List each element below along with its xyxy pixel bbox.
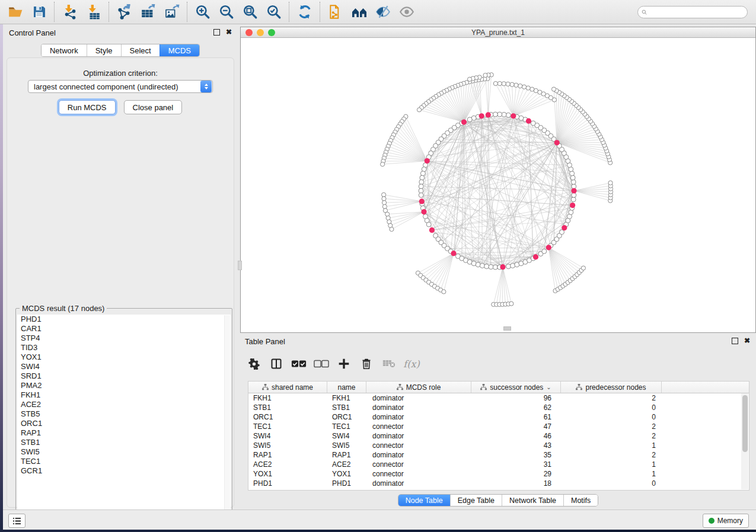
search-box[interactable] bbox=[637, 6, 748, 18]
table-row[interactable]: SWI4SWI4dominator462 bbox=[248, 431, 749, 441]
eye-icon[interactable] bbox=[395, 1, 419, 23]
network-node[interactable] bbox=[506, 113, 511, 117]
mcds-hub-node[interactable] bbox=[570, 203, 575, 208]
table-row[interactable]: FKH1FKH1dominator962 bbox=[248, 393, 749, 403]
export-network-icon[interactable] bbox=[113, 1, 136, 23]
mcds-hub-node[interactable] bbox=[421, 209, 426, 214]
network-node[interactable] bbox=[420, 171, 425, 176]
network-leaf-node[interactable] bbox=[390, 227, 394, 231]
float-panel-icon[interactable] bbox=[213, 29, 220, 36]
mcds-hub-node[interactable] bbox=[419, 198, 425, 204]
mcds-result-list[interactable]: PHD1CAR1STP4TID3YOX1SWI4SRD1PMA2FKH1ACE2… bbox=[17, 315, 231, 527]
network-leaf-node[interactable] bbox=[522, 85, 526, 89]
refresh-icon[interactable] bbox=[293, 1, 317, 23]
mcds-hub-node[interactable] bbox=[425, 158, 430, 164]
network-node[interactable] bbox=[419, 184, 423, 189]
open-file-icon[interactable] bbox=[4, 1, 27, 23]
search-input[interactable] bbox=[649, 7, 744, 17]
mcds-hub-node[interactable] bbox=[500, 264, 505, 270]
column-header-shared-name[interactable]: shared name bbox=[248, 382, 327, 393]
network-node[interactable] bbox=[493, 112, 497, 117]
network-window-titlebar[interactable]: YPA_prune.txt_1 bbox=[241, 27, 755, 38]
network-node[interactable] bbox=[511, 263, 515, 268]
export-document-icon[interactable] bbox=[324, 1, 347, 23]
network-node[interactable] bbox=[571, 180, 576, 184]
network-leaf-node[interactable] bbox=[417, 108, 421, 112]
table-row[interactable]: STB1STB1dominator620 bbox=[248, 403, 749, 412]
network-leaf-node[interactable] bbox=[514, 83, 518, 87]
float-panel-icon[interactable] bbox=[732, 338, 738, 344]
mcds-result-item[interactable]: GCR1 bbox=[17, 466, 231, 476]
mcds-result-item[interactable]: SRD1 bbox=[17, 371, 231, 381]
mcds-hub-node[interactable] bbox=[429, 227, 435, 233]
mcds-result-item[interactable]: STB5 bbox=[17, 409, 231, 419]
close-window-icon[interactable] bbox=[245, 29, 253, 36]
close-panel-icon[interactable]: ✖ bbox=[226, 30, 232, 35]
memory-button[interactable]: Memory bbox=[703, 514, 749, 528]
delete-column-trash-icon[interactable] bbox=[358, 355, 375, 373]
column-header-MCDS-role[interactable]: MCDS role bbox=[366, 382, 471, 393]
table-row[interactable]: ORC1ORC1dominator610 bbox=[248, 412, 749, 422]
deselect-all-rows-icon[interactable] bbox=[312, 355, 330, 373]
export-image-icon[interactable] bbox=[160, 1, 184, 23]
column-header-name[interactable]: name bbox=[327, 382, 366, 393]
mcds-hub-node[interactable] bbox=[571, 188, 576, 193]
network-canvas[interactable] bbox=[241, 38, 754, 332]
import-network-icon[interactable] bbox=[58, 1, 82, 23]
table-row[interactable]: PHD1PHD1dominator180 bbox=[248, 479, 749, 488]
network-node[interactable] bbox=[506, 264, 511, 269]
network-leaf-node[interactable] bbox=[502, 82, 506, 86]
column-header-predecessor-nodes[interactable]: predecessor nodes bbox=[561, 382, 662, 393]
mcds-result-item[interactable]: TID3 bbox=[17, 343, 231, 352]
mcds-result-item[interactable]: SWI4 bbox=[17, 362, 231, 371]
network-node[interactable] bbox=[531, 121, 535, 126]
mcds-result-item[interactable]: SWI5 bbox=[17, 447, 231, 457]
mcds-hub-node[interactable] bbox=[562, 225, 567, 230]
network-leaf-node[interactable] bbox=[497, 81, 502, 85]
save-icon[interactable] bbox=[27, 1, 51, 23]
network-node[interactable] bbox=[480, 263, 484, 268]
network-node[interactable] bbox=[570, 175, 575, 180]
network-leaf-node[interactable] bbox=[526, 86, 530, 90]
minimize-window-icon[interactable] bbox=[257, 29, 264, 36]
show-column-icon[interactable] bbox=[267, 355, 285, 373]
network-node[interactable] bbox=[542, 249, 547, 254]
network-node[interactable] bbox=[560, 230, 564, 235]
task-history-button[interactable] bbox=[8, 514, 25, 528]
zoom-fit-icon[interactable] bbox=[238, 1, 262, 23]
mcds-result-item[interactable]: PHD1 bbox=[17, 315, 231, 324]
network-node[interactable] bbox=[419, 180, 424, 184]
mcds-hub-node[interactable] bbox=[461, 119, 467, 124]
mcds-result-item[interactable]: ACE2 bbox=[17, 400, 231, 409]
network-node[interactable] bbox=[419, 188, 423, 193]
tab-mcds[interactable]: MCDS bbox=[160, 44, 199, 56]
network-leaf-node[interactable] bbox=[506, 82, 510, 86]
maximize-window-icon[interactable] bbox=[268, 29, 275, 36]
network-node[interactable] bbox=[484, 264, 489, 269]
network-node[interactable] bbox=[420, 175, 425, 180]
mcds-result-item[interactable]: PMA2 bbox=[17, 381, 231, 390]
network-leaf-node[interactable] bbox=[382, 200, 386, 204]
optimization-criterion-select[interactable]: largest connected component (undirected) bbox=[28, 80, 213, 93]
zoom-in-icon[interactable] bbox=[191, 1, 215, 23]
mcds-result-item[interactable]: STB1 bbox=[17, 438, 231, 447]
tab-select[interactable]: Select bbox=[121, 44, 160, 56]
table-scrollbar[interactable] bbox=[741, 393, 748, 489]
horizontal-splitter-handle[interactable] bbox=[503, 326, 511, 331]
mcds-result-item[interactable]: FKH1 bbox=[17, 390, 231, 400]
export-table-icon[interactable] bbox=[136, 1, 160, 23]
network-node[interactable] bbox=[489, 265, 493, 270]
mcds-hub-node[interactable] bbox=[533, 254, 538, 259]
network-node[interactable] bbox=[419, 193, 423, 197]
tab-edge-table[interactable]: Edge Table bbox=[450, 495, 502, 506]
network-leaf-node[interactable] bbox=[510, 82, 514, 86]
mcds-result-item[interactable]: STP4 bbox=[17, 334, 231, 343]
mcds-result-item[interactable]: CAR1 bbox=[17, 324, 231, 334]
tab-node-table[interactable]: Node Table bbox=[398, 495, 450, 506]
select-all-rows-icon[interactable] bbox=[290, 355, 308, 373]
column-header-successor-nodes[interactable]: successor nodes⌄ bbox=[471, 382, 561, 393]
table-row[interactable]: YOX1YOX1connector291 bbox=[248, 469, 749, 479]
table-row[interactable]: TEC1TEC1connector472 bbox=[248, 422, 749, 431]
import-table-icon[interactable] bbox=[82, 1, 106, 23]
network-leaf-node[interactable] bbox=[608, 181, 613, 185]
